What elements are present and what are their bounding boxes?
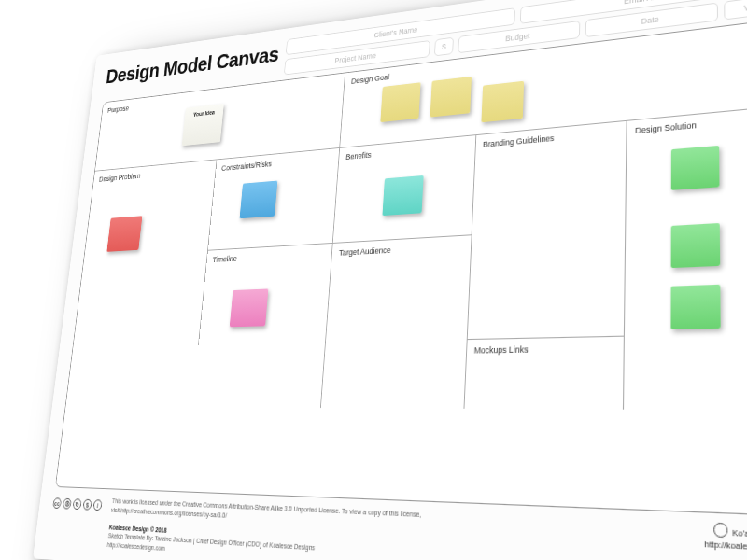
sticky-note[interactable]: [671, 223, 721, 268]
section-branding[interactable]: Branding Guidelines: [468, 121, 627, 340]
section-target-audience[interactable]: Target Audience: [321, 235, 472, 409]
section-timeline[interactable]: Timeline: [192, 244, 333, 408]
sticky-note[interactable]: [671, 146, 720, 190]
section-label: Design Goal: [351, 73, 390, 86]
license-text: This work is licensed under the Creative…: [106, 497, 421, 560]
section-design-problem[interactable]: Design Problem: [73, 160, 217, 347]
brand-url[interactable]: http://koalescedesign.com: [704, 539, 747, 557]
sticky-note[interactable]: [671, 285, 721, 329]
section-label: Constraints/Risks: [221, 160, 272, 173]
cc-icon: cc: [52, 498, 62, 510]
cc-extra-icon: i: [92, 500, 102, 511]
sticky-note-idea[interactable]: Your Idea: [182, 104, 224, 146]
section-constraints[interactable]: Constraints/Risks: [208, 148, 341, 251]
sticky-note[interactable]: [230, 288, 269, 327]
section-label: Branding Guidelines: [483, 133, 555, 149]
version-field[interactable]: Version: [724, 0, 747, 21]
section-label: Purpose: [107, 105, 130, 115]
section-label: Design Solution: [635, 120, 697, 135]
sticky-note[interactable]: [430, 77, 472, 118]
sticky-note[interactable]: [482, 81, 525, 123]
section-label: Benefits: [345, 150, 372, 161]
design-model-canvas-sheet: Design Model Canvas Client's Name Email …: [33, 0, 747, 560]
brand-block: Ko'a'lesce Designs http://koalescedesign…: [704, 523, 747, 557]
section-mockups[interactable]: Mockups Links: [464, 337, 625, 410]
page-title: Design Model Canvas: [105, 40, 280, 89]
section-label: Timeline: [212, 254, 237, 264]
sticky-note[interactable]: [381, 82, 421, 122]
currency-field[interactable]: $: [434, 37, 454, 57]
section-label: Design Problem: [99, 172, 141, 183]
cc-sa-icon: ↻: [73, 499, 82, 511]
canvas-grid: Purpose Your Idea Design Goal Design Pro…: [55, 17, 747, 517]
section-design-solution[interactable]: Design Solution: [625, 105, 747, 411]
sticky-note[interactable]: [239, 181, 277, 219]
sticky-note[interactable]: [383, 175, 424, 216]
section-label: Mockups Links: [473, 344, 528, 356]
section-label: Target Audience: [339, 245, 391, 258]
sticky-note[interactable]: [106, 216, 142, 252]
cc-extra-icon: $: [82, 499, 92, 511]
cc-by-icon: ⦿: [63, 498, 72, 510]
cc-license-icons: cc ⦿ ↻ $ i: [52, 495, 103, 511]
section-benefits[interactable]: Benefits: [333, 135, 476, 244]
